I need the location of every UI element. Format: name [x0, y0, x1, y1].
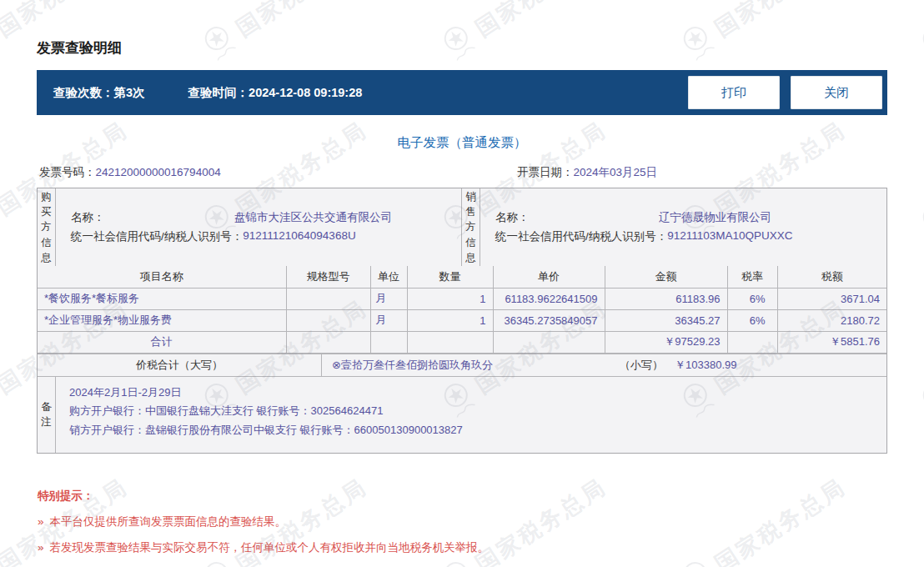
item-name: *企业管理服务*物业服务费	[38, 309, 286, 331]
notice-item: »若发现发票查验结果与实际交易不符，任何单位或个人有权拒收并向当地税务机关举报。	[38, 540, 887, 555]
invoice-box: 购买方信息 名称： 盘锦市大洼区公共交通有限公司 统一社会信用代码/纳税人识别号…	[37, 188, 887, 454]
toolbar: 查验次数：第3次 查验时间：2024-12-08 09:19:28 打印 关闭	[37, 70, 887, 115]
seller-section: 销售方信息 名称： 辽宁德晟物业有限公司 统一社会信用代码/纳税人识别号： 91…	[462, 188, 886, 266]
items-header-row: 项目名称 规格型号 单位 数量 单价 金额 税率 税额	[38, 266, 886, 288]
party-row: 购买方信息 名称： 盘锦市大洼区公共交通有限公司 统一社会信用代码/纳税人识别号…	[38, 188, 886, 266]
remarks-line: 2024年2月1日-2月29日	[69, 384, 873, 403]
col-price: 单价	[493, 266, 605, 288]
item-tax: 3671.04	[777, 288, 886, 309]
item-amount: 61183.96	[605, 288, 727, 309]
grand-total-lowercase-value: ￥103380.99	[675, 358, 736, 373]
check-count-label: 查验次数：	[53, 86, 114, 99]
item-tax: 2180.72	[777, 309, 886, 331]
remarks-content: 2024年2月1日-2月29日 购方开户银行：中国银行盘锦大洼支行 银行账号：3…	[56, 377, 886, 453]
check-time-label: 查验时间：	[188, 86, 249, 99]
notice-item-text: 本平台仅提供所查询发票票面信息的查验结果。	[50, 515, 287, 528]
invoice-verification-page: 发票查验明细 查验次数：第3次 查验时间：2024-12-08 09:19:28…	[0, 0, 924, 555]
invoice-date: 开票日期：2024年03月25日	[517, 165, 657, 180]
check-count: 查验次数：第3次	[53, 85, 145, 101]
seller-side-label: 销售方信息	[462, 188, 480, 266]
col-unit: 单位	[370, 266, 407, 288]
bullet-icon: »	[38, 515, 44, 528]
item-rate: 6%	[727, 309, 777, 331]
col-spec: 规格型号	[286, 266, 370, 288]
tax-emblem-icon	[917, 556, 924, 567]
notice-title: 特别提示：	[38, 489, 887, 504]
item-price: 61183.9622641509	[493, 288, 605, 309]
total-price	[493, 331, 605, 353]
remarks-line: 购方开户银行：中国银行盘锦大洼支行 银行账号：302564624471	[69, 402, 873, 421]
seller-name-value: 辽宁德晟物业有限公司	[659, 210, 771, 225]
items-total-row: 合计 ￥97529.23 ￥5851.76	[38, 331, 886, 353]
item-spec	[286, 288, 370, 309]
seller-name-line: 名称： 辽宁德晟物业有限公司	[495, 210, 886, 225]
invoice-number: 发票号码：24212000000016794004	[39, 165, 221, 180]
col-tax: 税额	[777, 266, 886, 288]
tax-emblem-icon	[678, 556, 717, 567]
buyer-side-label: 购买方信息	[38, 188, 56, 266]
check-time: 查验时间：2024-12-08 09:19:28	[188, 85, 363, 101]
item-unit: 月	[370, 309, 407, 331]
invoice-meta-row: 发票号码：24212000000016794004 开票日期：2024年03月2…	[37, 165, 887, 182]
invoice-number-label: 发票号码：	[39, 166, 96, 178]
invoice-date-value: 2024年03月25日	[574, 166, 658, 178]
print-button[interactable]: 打印	[688, 76, 780, 109]
invoice-number-value: 24212000000016794004	[96, 166, 221, 178]
tax-emblem-icon	[199, 556, 239, 567]
item-row: *餐饮服务*餐标服务 月 1 61183.9622641509 61183.96…	[38, 288, 886, 309]
buyer-section: 购买方信息 名称： 盘锦市大洼区公共交通有限公司 统一社会信用代码/纳税人识别号…	[38, 188, 462, 266]
total-amount: ￥97529.23	[605, 331, 727, 353]
item-row: *企业管理服务*物业服务费 月 1 36345.2735849057 36345…	[38, 309, 886, 331]
invoice-date-label: 开票日期：	[517, 166, 574, 178]
item-qty: 1	[407, 288, 493, 309]
buyer-taxid-line: 统一社会信用代码/纳税人识别号： 91211121064094368U	[71, 229, 461, 244]
seller-fields: 名称： 辽宁德晟物业有限公司 统一社会信用代码/纳税人识别号： 91211103…	[480, 188, 886, 266]
item-unit: 月	[370, 288, 407, 309]
buyer-name-line: 名称： 盘锦市大洼区公共交通有限公司	[71, 210, 461, 225]
remarks-line: 销方开户银行：盘锦银行股份有限公司中银支行 银行账号：6600501309000…	[69, 421, 873, 440]
notice-item-text: 若发现发票查验结果与实际交易不符，任何单位或个人有权拒收并向当地税务机关举报。	[50, 541, 490, 554]
items-table: 项目名称 规格型号 单位 数量 单价 金额 税率 税额 *餐饮服务*餐标服务 月…	[38, 266, 886, 354]
item-price: 36345.2735849057	[493, 309, 605, 331]
col-rate: 税率	[727, 266, 777, 288]
buyer-taxid-label: 统一社会信用代码/纳税人识别号：	[71, 229, 243, 244]
item-spec	[286, 309, 370, 331]
total-label: 合计	[38, 331, 286, 353]
seller-taxid-label: 统一社会信用代码/纳税人识别号：	[495, 229, 667, 244]
buyer-name-value: 盘锦市大洼区公共交通有限公司	[234, 210, 392, 225]
col-amount: 金额	[605, 266, 727, 288]
seller-taxid-value: 91211103MA10QPUXXC	[667, 229, 792, 244]
item-qty: 1	[407, 309, 493, 331]
grand-total-values: ⊗壹拾万叁仟叁佰捌拾圆玖角玖分 （小写） ￥103380.99	[322, 354, 886, 376]
special-notice: 特别提示： »本平台仅提供所查询发票票面信息的查验结果。 »若发现发票查验结果与…	[37, 489, 887, 555]
item-rate: 6%	[727, 288, 777, 309]
invoice-type-title: 电子发票（普通发票）	[37, 134, 887, 152]
notice-item: »本平台仅提供所查询发票票面信息的查验结果。	[38, 514, 887, 529]
bullet-icon: »	[38, 541, 44, 554]
total-unit	[370, 331, 407, 353]
item-name: *餐饮服务*餐标服务	[38, 288, 286, 309]
tax-emblem-icon	[439, 556, 478, 567]
total-rate	[727, 331, 777, 353]
seller-name-label: 名称：	[495, 210, 659, 225]
buyer-taxid-value: 91211121064094368U	[243, 229, 355, 244]
buyer-fields: 名称： 盘锦市大洼区公共交通有限公司 统一社会信用代码/纳税人识别号： 9121…	[56, 188, 461, 266]
col-qty: 数量	[407, 266, 493, 288]
item-amount: 36345.27	[605, 309, 727, 331]
page-title: 发票查验明细	[37, 38, 887, 58]
grand-total-lowercase-label: （小写）	[620, 358, 663, 373]
total-tax: ￥5851.76	[777, 331, 886, 353]
check-time-value: 2024-12-08 09:19:28	[249, 86, 362, 99]
col-item-name: 项目名称	[38, 266, 286, 288]
grand-total-uppercase: ⊗壹拾万叁仟叁佰捌拾圆玖角玖分	[332, 358, 620, 373]
remarks-side-label: 备注	[38, 377, 56, 453]
buyer-name-label: 名称：	[71, 210, 234, 225]
close-button[interactable]: 关闭	[791, 76, 882, 109]
remarks-section: 备注 2024年2月1日-2月29日 购方开户银行：中国银行盘锦大洼支行 银行账…	[38, 376, 886, 453]
total-qty	[407, 331, 493, 353]
total-spec	[286, 331, 370, 353]
grand-total-label: 价税合计（大写）	[38, 354, 322, 376]
check-count-value: 第3次	[114, 86, 145, 99]
grand-total-row: 价税合计（大写） ⊗壹拾万叁仟叁佰捌拾圆玖角玖分 （小写） ￥103380.99	[38, 354, 886, 376]
seller-taxid-line: 统一社会信用代码/纳税人识别号： 91211103MA10QPUXXC	[495, 229, 886, 244]
